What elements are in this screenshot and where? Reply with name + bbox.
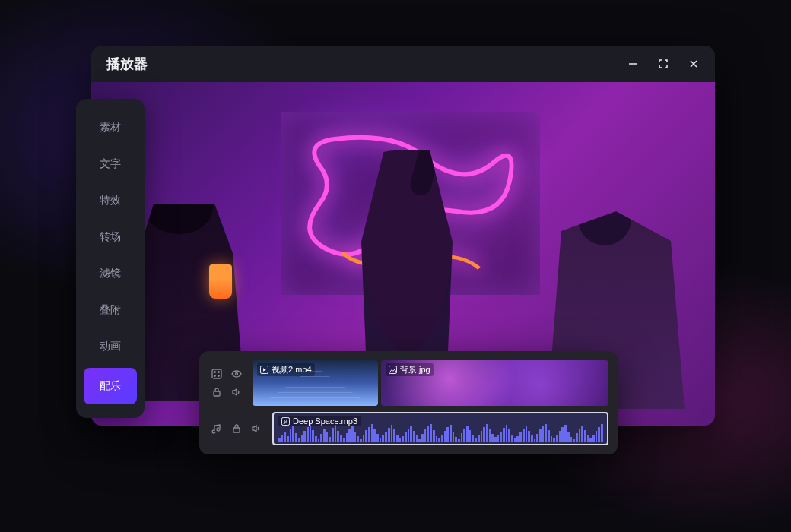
clip-label: Deep Space.mp3 <box>293 416 357 426</box>
window-title: 播放器 <box>106 55 627 73</box>
svg-rect-10 <box>233 428 240 432</box>
sidebar-item-effects[interactable]: 特效 <box>76 182 145 219</box>
speaker-icon[interactable] <box>249 422 263 435</box>
sidebar-item-filter[interactable]: 滤镜 <box>76 255 145 292</box>
timeline-clip-image[interactable]: 背景.jpg <box>381 360 608 406</box>
svg-point-3 <box>218 372 220 373</box>
svg-point-4 <box>214 375 216 377</box>
svg-rect-1 <box>212 369 221 378</box>
sidebar-item-music[interactable]: 配乐 <box>84 368 137 404</box>
timeline-clip-video[interactable]: 视频2.mp4 <box>253 360 378 406</box>
svg-point-5 <box>218 375 220 377</box>
sidebar-item-label: 滤镜 <box>100 267 121 280</box>
clip-badge: 视频2.mp4 <box>257 363 315 376</box>
image-icon <box>389 366 397 374</box>
title-bar: 播放器 <box>91 46 715 82</box>
sidebar-item-text[interactable]: 文字 <box>76 146 145 182</box>
lock-icon[interactable] <box>210 385 224 399</box>
timeline-clip-audio[interactable]: Deep Space.mp3 <box>272 412 608 445</box>
grid-icon[interactable] <box>210 367 224 381</box>
video-track-controls <box>208 360 245 406</box>
svg-point-2 <box>214 372 216 373</box>
sidebar-item-overlay[interactable]: 叠附 <box>76 292 145 328</box>
video-track-row: 视频2.mp4 背景.jpg <box>208 360 608 406</box>
svg-point-6 <box>236 373 238 375</box>
sidebar-item-transition[interactable]: 转场 <box>76 219 145 255</box>
music-file-icon <box>281 417 290 426</box>
svg-rect-9 <box>389 366 396 373</box>
video-clip-container: 视频2.mp4 背景.jpg <box>253 360 608 406</box>
minimize-button[interactable] <box>627 58 639 70</box>
sidebar-item-label: 素材 <box>100 121 121 135</box>
timeline-panel: 视频2.mp4 背景.jpg Deep Space.mp3 <box>199 351 618 454</box>
play-box-icon <box>260 366 268 374</box>
sidebar-item-animation[interactable]: 动画 <box>76 328 145 365</box>
sidebar-item-label: 配乐 <box>100 379 121 393</box>
audio-track-row: Deep Space.mp3 <box>208 412 608 445</box>
clip-label: 视频2.mp4 <box>272 364 312 375</box>
music-note-icon[interactable] <box>210 422 224 435</box>
sidebar-item-label: 转场 <box>100 230 121 244</box>
svg-rect-7 <box>214 391 220 396</box>
window-controls <box>627 58 700 70</box>
tool-sidebar: 素材 文字 特效 转场 滤镜 叠附 动画 配乐 <box>76 99 145 418</box>
eye-icon[interactable] <box>230 367 243 381</box>
fullscreen-button[interactable] <box>657 58 669 70</box>
lock-icon[interactable] <box>230 422 243 435</box>
sidebar-item-label: 文字 <box>100 157 121 171</box>
audio-track-controls <box>208 412 265 445</box>
close-button[interactable] <box>688 58 700 70</box>
sidebar-item-label: 叠附 <box>100 303 121 317</box>
clip-label: 背景.jpg <box>400 364 430 375</box>
sidebar-item-label: 特效 <box>100 194 121 207</box>
clip-badge: Deep Space.mp3 <box>278 416 361 426</box>
sidebar-item-media[interactable]: 素材 <box>76 109 145 146</box>
speaker-icon[interactable] <box>230 385 243 399</box>
sidebar-item-label: 动画 <box>100 340 121 353</box>
clip-badge: 背景.jpg <box>386 363 434 376</box>
